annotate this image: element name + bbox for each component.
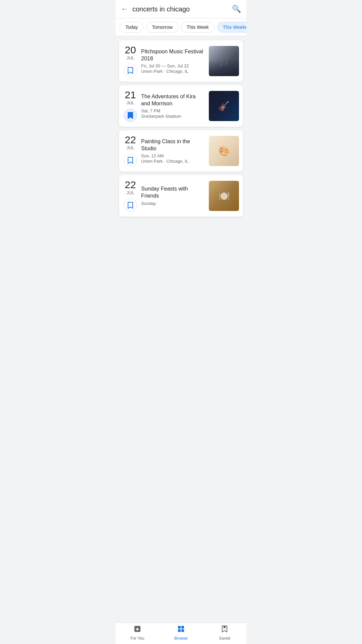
event-card-3[interactable]: 22 JUL Painting Class in the Studio Sun,… <box>119 130 243 172</box>
event-day-3: 22 <box>125 135 136 145</box>
event-location-2: Snickerpark Stadium <box>141 114 205 119</box>
filter-chip-today[interactable]: Today <box>120 22 143 33</box>
event-month-1: JUL <box>126 55 134 60</box>
event-title-4: Sunday Feasts with Friends <box>141 185 205 200</box>
date-column-1: 20 JUL <box>123 45 138 77</box>
bookmark-button-3[interactable] <box>124 154 137 167</box>
date-column-4: 22 JUL <box>123 180 138 212</box>
event-month-2: JUL <box>126 100 134 105</box>
event-date-4: Sunday <box>141 201 205 206</box>
page-title: concerts in chicago <box>132 5 232 13</box>
event-image-4 <box>209 181 239 211</box>
bookmark-button-4[interactable] <box>124 199 137 212</box>
filter-chip-this-week[interactable]: This Week <box>181 22 215 33</box>
filter-chip-this-weekend[interactable]: This Weekend <box>217 22 246 33</box>
filter-chip-tomorrow[interactable]: Tomorrow <box>146 22 178 33</box>
event-date-3: Sun, 12 AM <box>141 153 205 158</box>
event-location-3: Union Park · Chicago, IL <box>141 159 205 164</box>
event-location-1: Union Park · Chicago, IL <box>141 69 205 74</box>
event-info-3: Painting Class in the Studio Sun, 12 AM … <box>141 138 205 164</box>
event-image-2 <box>209 91 239 121</box>
event-info-4: Sunday Feasts with Friends Sunday <box>141 185 205 206</box>
event-day-2: 21 <box>125 90 136 100</box>
event-card-2[interactable]: 21 JUL The Adventures of Kira and Morris… <box>119 85 243 127</box>
event-image-3 <box>209 136 239 166</box>
event-title-1: Pitchspoon Music Festival 2018 <box>141 48 205 62</box>
event-day-1: 20 <box>125 45 136 55</box>
event-title-2: The Adventures of Kira and Morrison <box>141 93 205 107</box>
event-date-2: Sat, 7 PM <box>141 108 205 113</box>
search-button[interactable]: 🔍 <box>232 5 241 13</box>
date-column-2: 21 JUL <box>123 90 138 122</box>
bookmark-button-1[interactable] <box>124 64 137 77</box>
event-info-1: Pitchspoon Music Festival 2018 Fri, Jul … <box>141 48 205 74</box>
event-info-2: The Adventures of Kira and Morrison Sat,… <box>141 93 205 119</box>
event-card-4[interactable]: 22 JUL Sunday Feasts with Friends Sunday <box>119 175 243 217</box>
events-list: 20 JUL Pitchspoon Music Festival 2018 Fr… <box>116 36 246 221</box>
event-card-1[interactable]: 20 JUL Pitchspoon Music Festival 2018 Fr… <box>119 40 243 82</box>
date-column-3: 22 JUL <box>123 135 138 167</box>
event-month-3: JUL <box>126 145 134 150</box>
event-date-1: Fri, Jul 20 — Sun, Jul 22 <box>141 63 205 68</box>
event-title-3: Painting Class in the Studio <box>141 138 205 152</box>
event-image-1 <box>209 46 239 76</box>
event-day-4: 22 <box>125 180 136 190</box>
filter-bar: Today Tomorrow This Week This Weekend <box>116 18 246 36</box>
bookmark-button-2[interactable] <box>124 109 137 122</box>
back-button[interactable]: ← <box>121 5 128 13</box>
header: ← concerts in chicago 🔍 <box>116 0 246 18</box>
event-month-4: JUL <box>126 190 134 195</box>
